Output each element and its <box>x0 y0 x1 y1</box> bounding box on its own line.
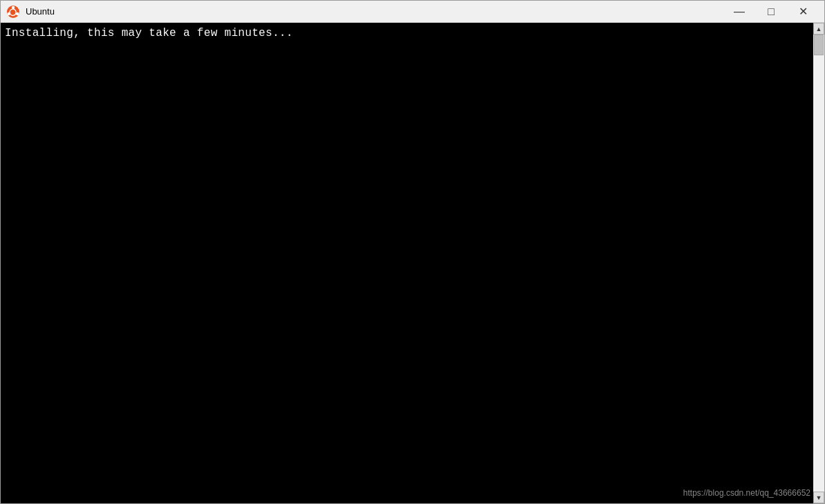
window-controls: — □ ✕ <box>723 1 819 23</box>
ubuntu-logo-icon <box>6 5 20 19</box>
scrollbar-track[interactable] <box>813 35 824 492</box>
maximize-button[interactable]: □ <box>755 1 787 23</box>
terminal-output-line-1: Installing, this may take a few minutes.… <box>5 26 820 41</box>
svg-point-1 <box>12 6 15 8</box>
scrollbar[interactable]: ▲ ▼ <box>813 23 824 503</box>
ubuntu-window: Ubuntu — □ ✕ Installing, this may take a… <box>0 0 825 504</box>
window-title: Ubuntu <box>26 6 723 17</box>
watermark-text: https://blog.csdn.net/qq_43666652 <box>683 488 810 498</box>
scrollbar-down-arrow[interactable]: ▼ <box>813 492 824 503</box>
close-button[interactable]: ✕ <box>787 1 819 23</box>
terminal-body[interactable]: Installing, this may take a few minutes.… <box>1 23 824 503</box>
title-bar: Ubuntu — □ ✕ <box>1 1 824 23</box>
scrollbar-up-arrow[interactable]: ▲ <box>813 23 824 35</box>
minimize-button[interactable]: — <box>723 1 755 23</box>
scrollbar-thumb[interactable] <box>814 35 824 55</box>
